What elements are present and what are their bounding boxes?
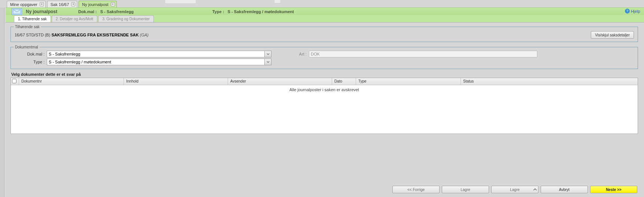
chevron-down-icon[interactable]	[265, 59, 271, 65]
app-tab-case[interactable]: Sak 16/67 ×	[47, 1, 78, 8]
close-icon[interactable]: ×	[111, 2, 115, 6]
reply-section-title: Velg dokumenter dette er et svar på	[11, 72, 638, 77]
app-tab-new-journal[interactable]: Ny journalpost ×	[79, 1, 116, 8]
chevron-down-icon[interactable]	[265, 51, 271, 57]
dokmal-fieldset: Dokumentmal Dok.mal : Art : Type :	[10, 45, 638, 69]
dokmal-legend: Dokumentmal	[14, 45, 39, 49]
dokmal-select[interactable]	[47, 51, 271, 57]
col-dato[interactable]: Dato	[332, 78, 356, 85]
page-header: Ny journalpost Dok.mal : S - Saksfremleg…	[6, 8, 644, 15]
left-rail	[0, 0, 4, 197]
save-button[interactable]: Lagre	[442, 186, 489, 193]
select-all-checkbox[interactable]	[12, 79, 16, 83]
case-prefix: 16/67 STD/STD (B)	[15, 33, 50, 37]
app-tab-bar: Mine oppgaver × Sak 16/67 × Ny journalpo…	[0, 0, 644, 8]
art-input	[309, 51, 537, 57]
col-dokumentnr[interactable]: Dokumentnr	[19, 78, 124, 85]
col-innhold[interactable]: Innhold	[124, 78, 228, 85]
documents-table: Dokumentnr Innhold Avsender Dato Type St…	[10, 78, 638, 134]
select-all-column[interactable]	[11, 78, 19, 85]
case-title: SAKSFREMLEGG FRA EKSISTERENDE SAK	[51, 33, 139, 37]
header-type-label: Type :	[212, 9, 224, 14]
close-icon[interactable]: ×	[40, 2, 44, 6]
toolbar-icon	[274, 0, 281, 3]
next-button[interactable]: Neste >>	[590, 186, 637, 193]
help-label: Hjelp	[631, 9, 640, 14]
table-header: Dokumentnr Innhold Avsender Dato Type St…	[11, 78, 638, 85]
case-legend: Tilhørende sak	[14, 25, 41, 29]
app-tab-my-tasks[interactable]: Mine oppgaver ×	[7, 1, 46, 8]
page-title: Ny journalpost	[26, 9, 75, 14]
toggle-case-details-button[interactable]: Vis/skjul saksdetaljer	[591, 31, 634, 39]
type-select[interactable]	[47, 59, 271, 65]
header-type-value: S - Saksfremlegg / møtedokument	[228, 9, 294, 14]
header-type: Type : S - Saksfremlegg / møtedokument	[212, 9, 294, 14]
case-suffix: (GA)	[140, 33, 149, 37]
app-tab-label: Ny journalpost	[82, 2, 108, 7]
col-avsender[interactable]: Avsender	[228, 78, 332, 85]
save-split-button[interactable]: Lagre	[491, 186, 538, 193]
type-input[interactable]	[47, 59, 265, 65]
wizard-action-bar: << Forrige Lagre Lagre Avbryt Neste >>	[0, 186, 644, 193]
header-dokmal-label: Dok.mal :	[78, 9, 97, 14]
table-body: Alle journalposter i saken er avskrevet	[11, 85, 638, 134]
header-dokmal: Dok.mal : S - Saksfremlegg	[78, 9, 134, 14]
help-link[interactable]: ? Hjelp	[625, 9, 640, 14]
help-icon: ?	[625, 9, 630, 14]
save-split-label: Lagre	[510, 188, 520, 192]
app-tab-label: Mine oppgaver	[10, 2, 37, 7]
step-label: 3. Gradering og Dokumenter	[102, 17, 150, 21]
step-label: 1. Tilhørende sak	[18, 17, 47, 21]
toolbar-button-disabled	[165, 0, 196, 4]
app-tab-label: Sak 16/67	[51, 2, 69, 7]
chevron-up-icon[interactable]	[533, 188, 537, 192]
wizard-step-tabs: 1. Tilhørende sak 2. Detaljer og Avs/Mot…	[6, 15, 644, 23]
step-tab-1[interactable]: 1. Tilhørende sak	[14, 15, 51, 22]
case-text: 16/67 STD/STD (B) SAKSFREMLEGG FRA EKSIS…	[15, 33, 149, 37]
type-field-label: Type :	[14, 60, 47, 64]
step-tab-3[interactable]: 3. Gradering og Dokumenter	[98, 15, 154, 22]
col-status[interactable]: Status	[461, 78, 638, 85]
col-type[interactable]: Type	[356, 78, 461, 85]
dokmal-field-label: Dok.mal :	[14, 52, 47, 56]
art-field-label: Art :	[294, 52, 309, 56]
step-tab-2[interactable]: 2. Detaljer og Avs/Mott	[52, 15, 97, 22]
cancel-button[interactable]: Avbryt	[541, 186, 588, 193]
mail-icon	[12, 8, 22, 15]
dokmal-input[interactable]	[47, 51, 265, 57]
header-dokmal-value: S - Saksfremlegg	[100, 9, 134, 14]
step-label: 2. Detaljer og Avs/Mott	[56, 17, 93, 21]
case-fieldset: Tilhørende sak 16/67 STD/STD (B) SAKSFRE…	[10, 25, 638, 42]
prev-button[interactable]: << Forrige	[392, 186, 440, 193]
empty-message: Alle journalposter i saken er avskrevet	[289, 87, 359, 92]
content-area: Tilhørende sak 16/67 STD/STD (B) SAKSFRE…	[0, 23, 644, 134]
close-icon[interactable]: ×	[71, 2, 75, 6]
